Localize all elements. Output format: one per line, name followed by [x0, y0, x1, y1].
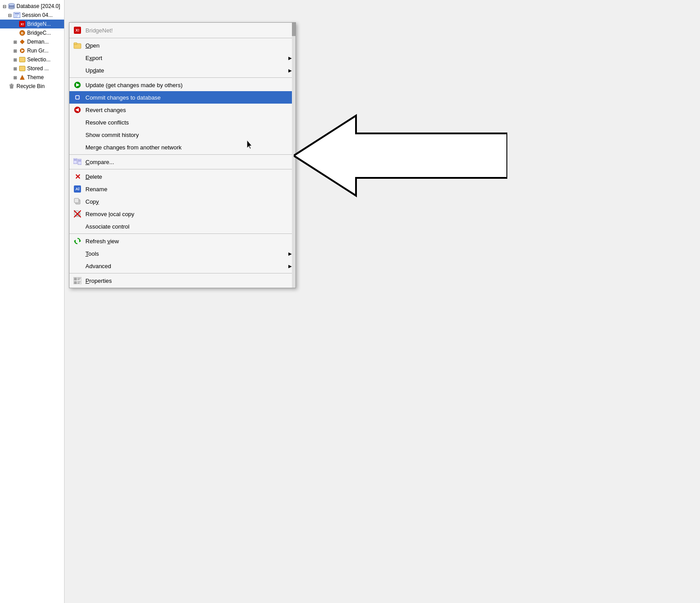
menu-item-commit[interactable]: Commit changes to database — [69, 91, 295, 104]
tree-item-session[interactable]: ⊟ Session 04... — [0, 11, 64, 20]
menu-item-merge-label: Merge changes from another network — [85, 144, 292, 151]
menu-item-update[interactable]: Update ▶ — [69, 64, 295, 76]
expand-icon[interactable]: ⊟ — [2, 4, 7, 9]
bridgec-icon: B — [19, 29, 26, 36]
rename-icon: Al — [73, 185, 82, 193]
tree-item-label: BridgeN... — [27, 21, 51, 27]
tree-item-database[interactable]: ⊟ Database [2024.0] — [0, 2, 64, 11]
svg-rect-13 — [11, 84, 12, 84]
menu-item-associate-label: Associate control — [85, 223, 292, 230]
submenu-arrow: ▶ — [288, 68, 292, 73]
expand-spacer — [12, 30, 18, 36]
history-icon — [73, 130, 82, 139]
menu-item-tools[interactable]: Tools ▶ — [69, 247, 295, 260]
menu-item-advanced[interactable]: Advanced ▶ — [69, 260, 295, 272]
menu-item-merge[interactable]: Merge changes from another network — [69, 141, 295, 153]
menu-item-history-label: Show commit history — [85, 132, 292, 138]
menu-item-show-history[interactable]: Show commit history — [69, 129, 295, 141]
tree-item-bridgenet[interactable]: X! BridgeN... — [0, 20, 64, 28]
svg-rect-42 — [74, 281, 77, 284]
tree-item-label: Theme — [27, 74, 44, 80]
update-icon — [73, 66, 82, 75]
menu-item-compare[interactable]: Compare... — [69, 156, 295, 168]
tree-item-theme[interactable]: ⊞ Theme — [0, 73, 64, 82]
menu-item-compare-label: Compare... — [85, 159, 292, 165]
refresh-icon — [73, 237, 82, 245]
tree-item-label: Deman... — [27, 39, 49, 45]
menu-item-update-others[interactable]: Update (get changes made by others) — [69, 79, 295, 91]
menu-item-refresh[interactable]: Refresh view — [69, 235, 295, 247]
menu-item-delete-label: Delete — [85, 173, 292, 180]
tree-item-selection[interactable]: ⊞ Selectio... — [0, 55, 64, 64]
separator-1 — [69, 38, 295, 38]
svg-marker-45 — [294, 116, 507, 196]
menu-header-label: BridgeNet! — [85, 27, 113, 34]
menu-item-properties-label: Properties — [85, 277, 292, 284]
svg-rect-5 — [15, 13, 19, 14]
menu-item-advanced-label: Advanced — [85, 263, 288, 269]
tree-item-demand[interactable]: ⊞ Deman... — [0, 37, 64, 46]
database-icon — [8, 3, 15, 10]
submenu-arrow: ▶ — [288, 251, 292, 256]
associate-icon — [73, 222, 82, 231]
svg-rect-28 — [78, 160, 81, 161]
session-icon — [13, 12, 20, 19]
rungrp-icon — [19, 47, 26, 54]
menu-item-copy-label: Copy — [85, 198, 292, 205]
demand-icon — [19, 38, 26, 45]
expand-spacer — [2, 84, 7, 89]
expand-icon[interactable]: ⊞ — [12, 75, 18, 80]
menu-item-open-label: Open — [85, 42, 292, 49]
stored-icon — [19, 65, 26, 72]
menu-item-copy[interactable]: Copy — [69, 195, 295, 208]
theme-icon — [19, 74, 26, 81]
expand-icon[interactable]: ⊟ — [7, 12, 12, 18]
revert-icon — [73, 105, 82, 114]
menu-item-commit-label: Commit changes to database — [85, 94, 292, 101]
expand-icon[interactable]: ⊞ — [12, 48, 18, 53]
menu-item-resolve[interactable]: Resolve conflicts — [69, 116, 295, 129]
menu-item-revert[interactable]: Revert changes — [69, 104, 295, 116]
remove-local-icon — [73, 209, 82, 218]
tools-icon — [73, 249, 82, 258]
expand-icon[interactable]: ⊞ — [12, 57, 18, 62]
separator-5 — [69, 233, 295, 234]
svg-rect-40 — [77, 278, 81, 279]
svg-rect-6 — [15, 15, 18, 16]
menu-item-delete[interactable]: ✕ Delete — [69, 170, 295, 183]
update-others-icon — [73, 80, 82, 89]
tree-item-stored[interactable]: ⊞ Stored ... — [0, 64, 64, 73]
export-icon — [73, 53, 82, 62]
menu-item-export[interactable]: Export ▶ — [69, 52, 295, 64]
delete-icon: ✕ — [73, 172, 82, 181]
tree-item-label: Stored ... — [27, 65, 49, 72]
separator-3 — [69, 154, 295, 155]
expand-icon[interactable]: ⊞ — [12, 39, 18, 44]
svg-rect-41 — [77, 279, 80, 280]
menu-item-rename-label: Rename — [85, 186, 292, 193]
tree-item-recycle[interactable]: Recycle Bin — [0, 82, 64, 91]
submenu-arrow: ▶ — [288, 56, 292, 60]
menu-item-associate[interactable]: Associate control — [69, 220, 295, 233]
menu-item-open[interactable]: Open — [69, 39, 295, 52]
menu-item-resolve-label: Resolve conflicts — [85, 119, 292, 126]
menu-item-remove-local-label: Remove local copy — [85, 211, 292, 217]
svg-rect-18 — [74, 43, 77, 44]
commit-icon — [73, 93, 82, 102]
svg-rect-24 — [73, 158, 77, 164]
tree-item-label: Run Gr... — [27, 48, 49, 54]
tree-item-bridgec[interactable]: B BridgeC... — [0, 28, 64, 37]
menu-item-revert-label: Revert changes — [85, 107, 292, 113]
expand-icon[interactable]: ⊞ — [12, 66, 18, 71]
separator-4 — [69, 169, 295, 169]
selection-icon — [19, 56, 26, 63]
menu-item-rename[interactable]: Al Rename — [69, 183, 295, 195]
context-menu: X! BridgeNet! Open Export ▶ Update ▶ — [69, 22, 296, 288]
svg-rect-29 — [78, 161, 81, 161]
scrollbar-thumb[interactable] — [292, 23, 295, 36]
menu-scrollbar[interactable] — [292, 23, 295, 288]
menu-item-properties[interactable]: Properties — [69, 274, 295, 287]
advanced-icon — [73, 261, 82, 270]
tree-item-rungrp[interactable]: ⊞ Run Gr... — [0, 46, 64, 55]
menu-item-remove-local[interactable]: Remove local copy — [69, 208, 295, 220]
